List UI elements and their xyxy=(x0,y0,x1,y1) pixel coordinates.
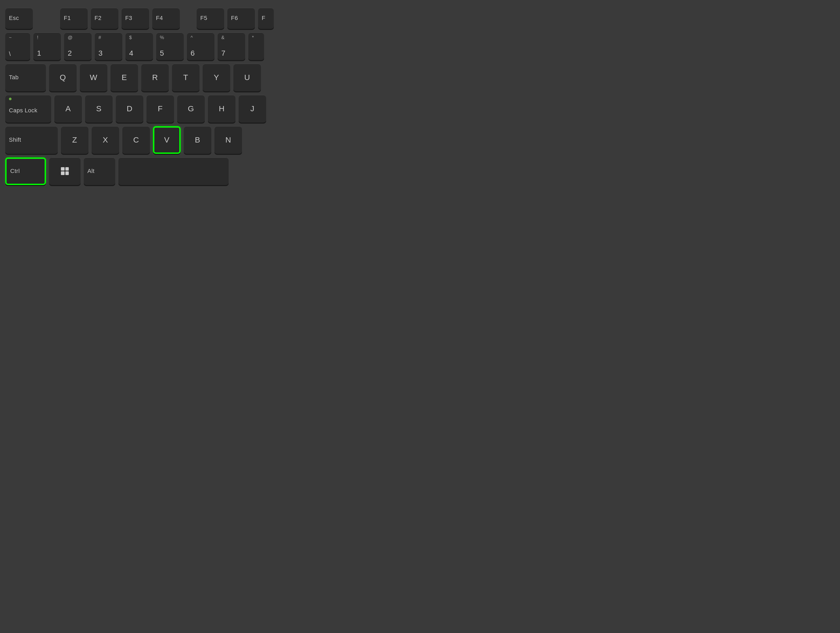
key-w[interactable]: W xyxy=(80,64,107,92)
key-f2[interactable]: F2 xyxy=(91,8,118,29)
key-caps-lock[interactable]: Caps Lock xyxy=(5,95,51,123)
key-5[interactable]: % 5 xyxy=(156,33,184,60)
key-f7[interactable]: F xyxy=(258,8,274,29)
key-f3[interactable]: F3 xyxy=(122,8,149,29)
windows-icon xyxy=(61,167,69,175)
key-a[interactable]: A xyxy=(54,95,82,123)
key-space[interactable] xyxy=(118,158,229,185)
key-r[interactable]: R xyxy=(141,64,169,92)
key-g[interactable]: G xyxy=(177,95,205,123)
key-c[interactable]: C xyxy=(122,126,150,154)
key-z[interactable]: Z xyxy=(61,126,88,154)
key-ctrl[interactable]: Ctrl xyxy=(5,158,46,185)
key-b[interactable]: B xyxy=(184,126,211,154)
key-d[interactable]: D xyxy=(116,95,143,123)
key-8[interactable]: * xyxy=(248,33,264,60)
key-f[interactable]: F xyxy=(147,95,174,123)
qwerty-row: Tab Q W E R T Y U xyxy=(5,64,261,92)
key-windows[interactable] xyxy=(49,158,81,185)
key-q[interactable]: Q xyxy=(49,64,77,92)
key-u[interactable]: U xyxy=(234,64,261,92)
key-tab[interactable]: Tab xyxy=(5,64,46,92)
key-t[interactable]: T xyxy=(172,64,199,92)
key-6[interactable]: ^ 6 xyxy=(187,33,215,60)
key-h[interactable]: H xyxy=(208,95,235,123)
bottom-row: Ctrl Alt xyxy=(5,158,229,185)
number-row: ~ \ ! 1 @ 2 # 3 $ 4 % 5 ^ 6 & 7 * xyxy=(5,33,264,60)
key-f5[interactable]: F5 xyxy=(197,8,224,29)
key-f1[interactable]: F1 xyxy=(60,8,88,29)
key-n[interactable]: N xyxy=(215,126,242,154)
caps-lock-indicator xyxy=(9,98,11,100)
key-1[interactable]: ! 1 xyxy=(33,33,61,60)
fn-row: Esc F1 F2 F3 F4 F5 F6 F xyxy=(5,8,274,29)
key-2[interactable]: @ 2 xyxy=(64,33,92,60)
asdf-row: Caps Lock A S D F G H J xyxy=(5,95,266,123)
key-j[interactable]: J xyxy=(238,95,266,123)
key-y[interactable]: Y xyxy=(203,64,230,92)
key-4[interactable]: $ 4 xyxy=(125,33,153,60)
key-e[interactable]: E xyxy=(111,64,138,92)
key-backtick[interactable]: ~ \ xyxy=(5,33,30,60)
key-3[interactable]: # 3 xyxy=(95,33,122,60)
key-shift[interactable]: Shift xyxy=(5,126,58,154)
key-7[interactable]: & 7 xyxy=(218,33,245,60)
key-x[interactable]: X xyxy=(92,126,119,154)
key-s[interactable]: S xyxy=(85,95,113,123)
key-alt[interactable]: Alt xyxy=(84,158,115,185)
zxcv-row: Shift Z X C V B N xyxy=(5,126,242,154)
key-esc[interactable]: Esc xyxy=(5,8,33,29)
key-f4[interactable]: F4 xyxy=(152,8,180,29)
key-f6[interactable]: F6 xyxy=(227,8,255,29)
key-v[interactable]: V xyxy=(153,126,181,154)
